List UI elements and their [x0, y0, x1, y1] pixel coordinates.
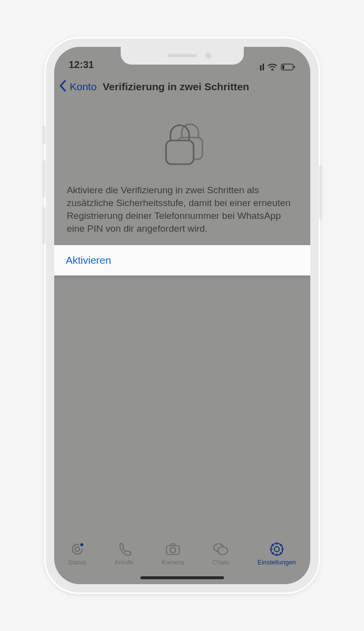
battery-icon [281, 64, 296, 70]
tab-camera[interactable]: Kamera [162, 541, 184, 566]
tab-status-label: Status [68, 559, 86, 566]
svg-point-0 [271, 69, 273, 70]
tab-camera-label: Kamera [162, 559, 184, 566]
tab-status[interactable]: Status [68, 541, 86, 566]
activate-button[interactable]: Aktivieren [54, 245, 310, 276]
power-button [319, 165, 322, 219]
camera-icon [165, 541, 181, 557]
screen: 12:31 Konto Ver [54, 47, 310, 584]
notch [121, 47, 244, 65]
svg-rect-2 [294, 66, 295, 68]
volume-down-button [42, 207, 45, 244]
svg-point-7 [75, 547, 79, 552]
status-time: 12:31 [69, 59, 94, 70]
back-button[interactable]: Konto [70, 81, 97, 93]
tab-settings[interactable]: Einstellungen [258, 541, 296, 566]
lock-illustration [54, 116, 310, 170]
lock-icon [155, 116, 209, 170]
description-text: Aktiviere die Verifizierung in zwei Schr… [54, 184, 310, 245]
tab-chats[interactable]: Chats [212, 541, 229, 566]
page-title: Verifizierung in zwei Schritten [102, 81, 249, 93]
svg-rect-3 [282, 65, 284, 69]
signal-icon [255, 64, 264, 70]
tab-calls[interactable]: Anrufe [115, 541, 133, 566]
wifi-icon [267, 63, 277, 70]
volume-up-button [42, 160, 45, 197]
phone-icon [116, 541, 132, 557]
tab-chats-label: Chats [212, 559, 229, 566]
mute-switch [42, 126, 45, 144]
svg-point-8 [80, 543, 83, 546]
svg-point-22 [274, 547, 279, 552]
svg-point-10 [170, 548, 176, 553]
svg-point-12 [218, 547, 228, 555]
nav-header: Konto Verifizierung in zwei Schritten [54, 72, 310, 101]
chats-icon [213, 541, 229, 557]
tab-calls-label: Anrufe [115, 559, 133, 566]
tab-settings-label: Einstellungen [258, 559, 296, 566]
phone-frame: 12:31 Konto Ver [44, 37, 320, 594]
gear-icon [269, 541, 285, 557]
svg-rect-5 [166, 140, 194, 164]
status-icons [255, 63, 296, 70]
front-camera [205, 53, 211, 59]
speaker-grille [167, 54, 197, 57]
status-icon [69, 541, 85, 557]
back-chevron-icon[interactable] [59, 79, 67, 94]
home-indicator[interactable] [140, 576, 224, 579]
